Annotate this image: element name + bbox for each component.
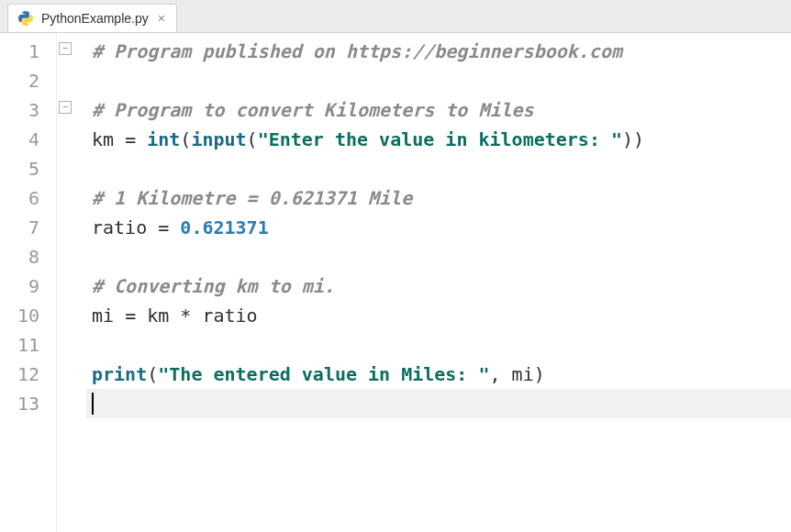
code-line: # Program to convert Kilometers to Miles (86, 95, 791, 125)
fold-toggle-icon[interactable] (59, 42, 72, 55)
paren-token: ( (180, 128, 191, 150)
identifier-token: mi (512, 363, 534, 385)
line-number-gutter: 1 2 3 4 5 6 7 8 9 10 11 12 13 (0, 33, 57, 532)
separator-token: , (490, 363, 512, 385)
code-line (86, 154, 791, 183)
code-line: # Converting km to mi. (86, 272, 791, 301)
tab-bar: PythonExample.py × (0, 0, 791, 33)
line-number: 8 (0, 242, 39, 272)
code-line: # 1 Kilometre = 0.621371 Mile (86, 183, 791, 213)
paren-token: )) (622, 128, 644, 150)
comment-token: # Converting km to mi. (92, 275, 335, 297)
text-cursor (92, 393, 94, 415)
tab-pythonexample[interactable]: PythonExample.py × (7, 4, 177, 32)
code-line (86, 389, 791, 418)
builtin-token: int (147, 128, 180, 150)
line-number: 2 (0, 66, 39, 95)
comment-token: # 1 Kilometre = 0.621371 Mile (92, 187, 412, 209)
code-area[interactable]: # Program published on https://beginners… (83, 33, 791, 532)
paren-token: ( (147, 363, 158, 385)
builtin-token: input (191, 128, 246, 150)
code-line (86, 330, 791, 360)
line-number: 13 (0, 389, 39, 418)
line-number: 1 (0, 37, 39, 66)
line-number: 9 (0, 272, 39, 301)
code-line (86, 66, 791, 95)
line-number: 4 (0, 125, 39, 154)
line-number: 7 (0, 213, 39, 242)
operator-token: = (158, 216, 180, 238)
code-line: ratio = 0.621371 (86, 213, 791, 242)
line-number: 10 (0, 301, 39, 330)
code-line: # Program published on https://beginners… (86, 37, 791, 66)
comment-token: # Program to convert Kilometers to Miles (92, 99, 534, 121)
identifier-token: km (92, 128, 125, 150)
fold-strip (57, 33, 83, 532)
editor-area: 1 2 3 4 5 6 7 8 9 10 11 12 13 # Program … (0, 33, 791, 532)
identifier-token: ratio (92, 216, 158, 238)
paren-token: ( (247, 128, 258, 150)
close-icon[interactable]: × (156, 11, 167, 26)
code-line: print("The entered value in Miles: ", mi… (86, 360, 791, 389)
number-token: 0.621371 (180, 216, 268, 238)
fold-toggle-icon[interactable] (59, 101, 72, 114)
python-file-icon (17, 10, 34, 27)
line-number: 5 (0, 154, 39, 183)
string-token: "Enter the value in kilometers: " (258, 128, 622, 150)
identifier-token: ratio (202, 305, 257, 327)
comment-token: # Program published on https://beginners… (92, 40, 622, 62)
identifier-token: km (147, 305, 180, 327)
line-number: 11 (0, 330, 39, 360)
line-number: 12 (0, 360, 39, 389)
operator-token: = (125, 305, 147, 327)
code-line: mi = km * ratio (86, 301, 791, 330)
code-line (86, 242, 791, 272)
tab-filename: PythonExample.py (41, 11, 149, 26)
operator-token: = (125, 128, 147, 150)
line-number: 6 (0, 183, 39, 213)
line-number: 3 (0, 95, 39, 125)
builtin-token: print (92, 363, 147, 385)
string-token: "The entered value in Miles: " (158, 363, 489, 385)
code-line: km = int(input("Enter the value in kilom… (86, 125, 791, 154)
paren-token: ) (534, 363, 545, 385)
operator-token: * (180, 305, 202, 327)
identifier-token: mi (92, 305, 125, 327)
